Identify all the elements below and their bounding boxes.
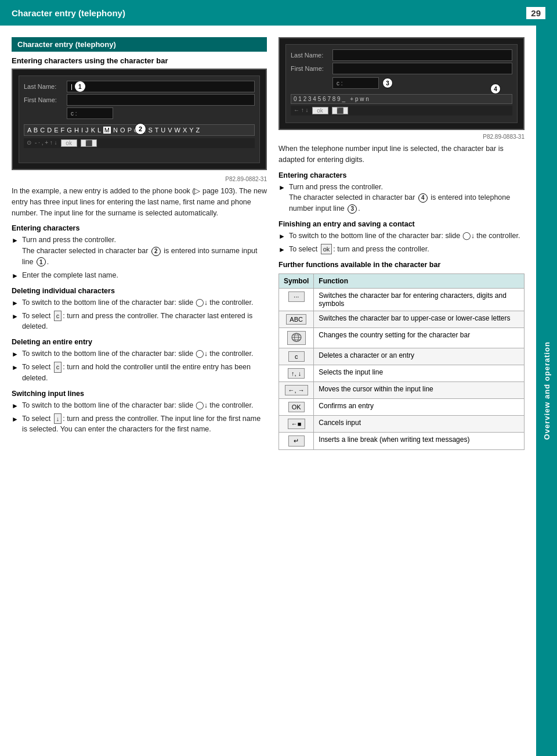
arrow-icon-8: ► <box>12 414 19 424</box>
bullet-3-2: ► To select c: turn and hold the control… <box>12 362 267 384</box>
sidebar-label: Overview and operation <box>542 341 551 440</box>
symbol-cell-abc: ABC <box>279 311 314 327</box>
left-column: Character entry (telephony) Entering cha… <box>12 37 267 450</box>
r-arrow-3: ► <box>278 244 285 255</box>
r-first-name-label: First Name: <box>291 65 332 72</box>
right-display-inner: Last Name: First Name: c : 3 <box>285 44 518 123</box>
function-updown: Selects the input line <box>314 365 525 381</box>
r-section-finishing: Finishing an entry and saving a contact <box>278 220 525 228</box>
arrow-icon-5: ► <box>12 349 19 359</box>
section-delete-entry: Deleting an entire entry <box>12 338 267 346</box>
section-switch-lines: Switching input lines <box>12 390 267 398</box>
bullet-2-1: ► To switch to the bottom line of the ch… <box>12 297 267 308</box>
badge-1: 1 <box>75 81 85 92</box>
num-bar-row: 0 1 2 3 4 5 6 7 8 9 _ + p w n 4 <box>291 94 512 104</box>
r-cursor-row: c : 3 <box>291 77 512 89</box>
header-title: Character entry (telephony) <box>12 8 125 18</box>
r-last-name-field <box>332 49 512 61</box>
left-display-caption: P82.89-0882-31 <box>12 176 267 182</box>
right-display-caption: P82.89-0883-31 <box>278 134 525 140</box>
main-content: Character entry (telephony) Entering cha… <box>0 26 536 462</box>
badge-4: 4 <box>490 84 501 94</box>
last-name-label: Last Name: <box>24 83 64 90</box>
badge-2-container: 2 <box>132 123 146 135</box>
bullet-4-1: ► To switch to the bottom line of the ch… <box>12 400 267 411</box>
r-bullet-2: ► To switch to the bottom line of the ch… <box>278 231 525 242</box>
first-name-row: First Name: <box>24 94 255 106</box>
table-row: ··· Switches the character bar for enter… <box>279 288 525 311</box>
function-table: Symbol Function ··· Switches the charact… <box>278 273 525 450</box>
table-row: ↵ Inserts a line break (when writing tex… <box>279 432 525 449</box>
left-display-inner: Last Name: | 1 First Name: c : <box>19 75 260 163</box>
symbol-c: c <box>288 351 305 362</box>
key-down: ↓ <box>54 413 62 424</box>
table-row: Changes the country setting for the char… <box>279 327 525 348</box>
symbol-enter: ↵ <box>288 435 305 447</box>
symbol-ok: OK <box>288 402 305 412</box>
r-first-name-row: First Name: <box>291 63 512 74</box>
r-cancel-box: ⬛ <box>332 107 348 114</box>
symbol-cell-cancel: ←■ <box>279 415 314 432</box>
function-c: Deletes a character or an entry <box>314 348 525 365</box>
badge-2: 2 <box>135 123 146 135</box>
table-row: ↑, ↓ Selects the input line <box>279 365 525 381</box>
ok-box: ok <box>61 139 77 147</box>
arrow-icon-7: ► <box>12 401 19 411</box>
cancel-box: ⬛ <box>81 139 97 147</box>
function-ok: Confirms an entry <box>314 398 525 415</box>
function-dots: Switches the character bar for entering … <box>314 288 525 311</box>
function-abc: Switches the character bar to upper-case… <box>314 311 525 327</box>
function-globe: Changes the country setting for the char… <box>314 327 525 348</box>
key-c-2: c <box>54 362 62 373</box>
subsection-header: Entering characters using the character … <box>12 56 267 65</box>
table-row: ←, → Moves the cursor within the input l… <box>279 381 525 398</box>
r-bottom-bar: ← ↑ ↓ ok ⬛ <box>291 106 512 116</box>
symbol-abc: ABC <box>286 314 306 325</box>
symbol-updown: ↑, ↓ <box>288 368 305 379</box>
extra-field: c : <box>67 107 113 119</box>
symbol-globe <box>287 331 306 345</box>
arrow-icon-1: ► <box>12 235 19 246</box>
page-number: 29 <box>526 7 545 19</box>
first-name-field <box>67 94 255 106</box>
table-header-symbol: Symbol <box>279 273 314 288</box>
r-section-further: Further functions available in the chara… <box>278 261 525 269</box>
right-car-display: Last Name: First Name: c : 3 <box>278 37 525 130</box>
num-bar: 0 1 2 3 4 5 6 7 8 9 _ + p w n <box>291 94 512 104</box>
r-first-name-field <box>332 63 512 74</box>
function-enter: Inserts a line break (when writing text … <box>314 432 525 449</box>
intro-text: In the example, a new entry is added to … <box>12 186 267 218</box>
left-car-display: Last Name: | 1 First Name: c : <box>12 69 267 170</box>
r-circle-4: 4 <box>418 193 428 203</box>
symbol-cell-leftright: ←, → <box>279 381 314 398</box>
sidebar: Overview and operation <box>536 26 557 756</box>
function-leftright: Moves the cursor within the input line <box>314 381 525 398</box>
last-name-field: | 1 <box>67 81 255 92</box>
char-bar-highlight: M <box>103 127 111 134</box>
key-c-1: c <box>54 311 62 322</box>
bullet-1-1: ► Turn and press the controller.The char… <box>12 235 267 267</box>
badge-3: 3 <box>382 78 393 88</box>
symbol-cell-enter: ↵ <box>279 432 314 449</box>
display-bottom-bar: ⊙ - · , + ↑ ↓ ok ⬛ <box>24 138 255 148</box>
arrow-icon-6: ► <box>12 362 19 373</box>
last-name-row: Last Name: | 1 <box>24 81 255 92</box>
symbol-cell-dots: ··· <box>279 288 314 311</box>
bullet-2-2: ► To select c: turn and press the contro… <box>12 311 267 333</box>
key-ok: ok <box>321 244 332 255</box>
r-arrow-2: ► <box>278 231 285 242</box>
circle-2: 2 <box>151 247 161 256</box>
bullet-3-1: ► To switch to the bottom line of the ch… <box>12 348 267 359</box>
table-row: ←■ Cancels input <box>279 415 525 432</box>
header-bar: Character entry (telephony) 29 <box>0 0 557 26</box>
globe-icon <box>291 333 302 342</box>
symbol-dots: ··· <box>288 291 305 302</box>
first-name-label: First Name: <box>24 96 64 103</box>
table-row: OK Confirms an entry <box>279 398 525 415</box>
symbol-leftright: ←, → <box>285 385 308 395</box>
r-last-name-label: Last Name: <box>291 52 332 59</box>
right-column: Last Name: First Name: c : 3 <box>278 37 525 450</box>
bullet-1-2: ► Enter the complete last name. <box>12 270 267 281</box>
table-header-function: Function <box>314 273 525 288</box>
r-bullet-1: ► Turn and press the controller.The char… <box>278 182 525 214</box>
